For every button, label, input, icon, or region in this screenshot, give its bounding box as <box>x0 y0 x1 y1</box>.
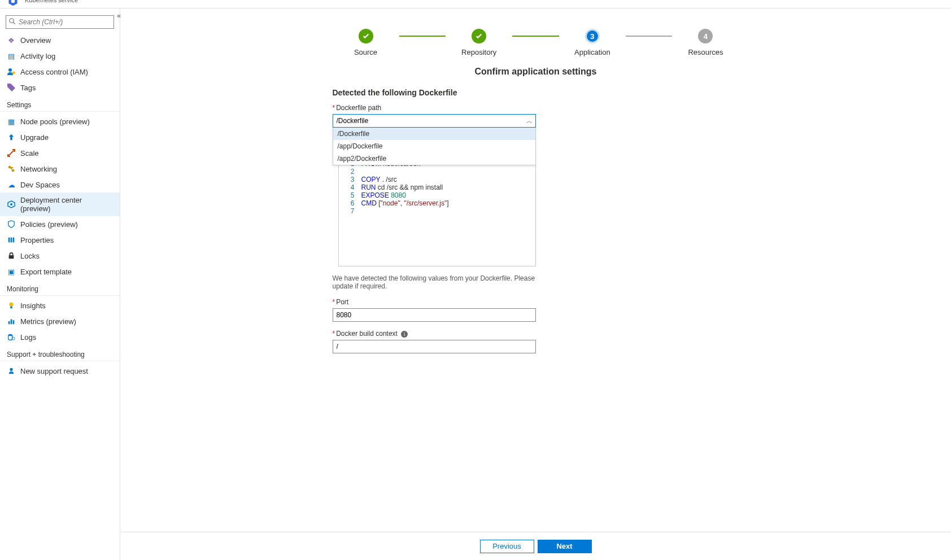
dropdown-option[interactable]: /Dockerfile <box>333 128 535 140</box>
search-input[interactable] <box>6 15 114 29</box>
resource-type: Kubernetes service <box>25 0 78 3</box>
sidebar-item-access-control[interactable]: Access control (IAM) <box>0 64 120 80</box>
dropdown-option[interactable]: /app/Dockerfile <box>333 140 535 152</box>
sidebar-item-label: Networking <box>20 165 57 173</box>
sidebar-item-label: Upgrade <box>20 133 49 142</box>
sidebar-item-label: New support request <box>20 367 88 375</box>
section-title: Detected the following Dockerfile <box>333 88 739 97</box>
next-button[interactable]: Next <box>538 540 592 553</box>
svg-rect-14 <box>11 320 12 325</box>
sidebar-item-properties[interactable]: Properties <box>0 232 120 248</box>
sidebar-item-node-pools[interactable]: ▦ Node pools (preview) <box>0 113 120 129</box>
dropdown-option[interactable]: /app2/Dockerfile <box>333 152 535 165</box>
insights-icon <box>7 301 16 310</box>
sidebar-item-label: Deployment center (preview) <box>20 196 113 213</box>
step-number: 3 <box>585 29 600 43</box>
step-connector <box>399 36 446 37</box>
sidebar-item-networking[interactable]: Networking <box>0 161 120 177</box>
sidebar-item-label: Metrics (preview) <box>20 317 76 326</box>
support-request-icon <box>7 366 16 375</box>
networking-icon <box>7 164 16 173</box>
step-resources[interactable]: 4 Resources <box>672 29 739 56</box>
required-indicator: * <box>333 330 335 338</box>
access-control-icon <box>7 67 16 76</box>
search-icon <box>9 18 16 25</box>
sidebar-item-overview[interactable]: ❖ Overview <box>0 32 120 48</box>
dev-spaces-icon: ☁ <box>7 180 16 189</box>
sidebar-item-label: Overview <box>20 36 51 45</box>
svg-point-6 <box>10 203 12 205</box>
kubernetes-service-icon <box>6 0 20 7</box>
step-source[interactable]: Source <box>333 29 399 56</box>
main-content: Source Repository 3 Application 4 <box>120 8 951 560</box>
svg-point-5 <box>12 72 15 75</box>
sidebar-item-new-support-request[interactable]: New support request <box>0 363 120 379</box>
sidebar-item-dev-spaces[interactable]: ☁ Dev Spaces <box>0 177 120 193</box>
sidebar-item-label: Access control (IAM) <box>20 68 88 76</box>
resource-header: Kubernetes service <box>0 0 951 8</box>
build-context-input[interactable] <box>333 340 536 353</box>
sidebar-item-scale[interactable]: Scale <box>0 145 120 161</box>
port-input[interactable] <box>333 308 536 322</box>
step-application[interactable]: 3 Application <box>559 29 626 56</box>
sidebar-item-label: Export template <box>20 268 72 276</box>
sidebar-item-logs[interactable]: Logs <box>0 329 120 345</box>
sidebar-item-upgrade[interactable]: Upgrade <box>0 129 120 145</box>
svg-point-4 <box>8 68 12 72</box>
sidebar-item-deployment-center[interactable]: Deployment center (preview) <box>0 193 120 216</box>
sidebar-item-label: Insights <box>20 301 46 310</box>
dockerfile-path-combobox[interactable]: ︿ /Dockerfile /app/Dockerfile /app2/Dock… <box>333 114 536 128</box>
sidebar-item-metrics[interactable]: Metrics (preview) <box>0 313 120 329</box>
help-text: We have detected the following values fr… <box>333 274 536 290</box>
sidebar-item-label: Locks <box>20 252 40 260</box>
required-indicator: * <box>333 298 335 306</box>
previous-button[interactable]: Previous <box>480 540 534 553</box>
step-connector <box>512 36 559 37</box>
sidebar-item-label: Node pools (preview) <box>20 117 90 126</box>
properties-icon <box>7 235 16 244</box>
dockerfile-path-input[interactable] <box>333 114 536 128</box>
sidebar-item-label: Tags <box>20 84 36 92</box>
sidebar-section-support: Support + troubleshooting <box>0 345 120 361</box>
wizard-stepper: Source Repository 3 Application 4 <box>333 29 739 56</box>
page-title: Confirm application settings <box>333 67 739 77</box>
svg-point-2 <box>10 19 14 23</box>
svg-rect-15 <box>13 320 15 324</box>
policies-icon <box>7 220 16 229</box>
sidebar-section-monitoring: Monitoring <box>0 279 120 296</box>
dockerfile-path-dropdown: /Dockerfile /app/Dockerfile /app2/Docker… <box>333 128 536 165</box>
svg-line-3 <box>14 23 15 24</box>
step-label: Repository <box>461 48 496 56</box>
step-label: Resources <box>688 48 723 56</box>
deployment-center-icon <box>7 200 16 209</box>
svg-rect-8 <box>11 238 12 243</box>
svg-point-18 <box>10 368 12 371</box>
overview-icon: ❖ <box>7 36 16 45</box>
logs-icon <box>7 333 16 342</box>
step-label: Application <box>574 48 610 56</box>
sidebar: « ❖ Overview ▤ Activity log Access contr… <box>0 8 120 560</box>
scale-icon <box>7 148 16 158</box>
sidebar-item-export-template[interactable]: ▣ Export template <box>0 264 120 279</box>
step-repository[interactable]: Repository <box>446 29 512 56</box>
activity-log-icon: ▤ <box>7 51 16 60</box>
sidebar-item-label: Scale <box>20 149 39 158</box>
info-icon[interactable]: i <box>401 331 408 338</box>
node-pools-icon: ▦ <box>7 117 16 126</box>
svg-rect-9 <box>13 238 15 243</box>
svg-rect-7 <box>8 238 10 243</box>
sidebar-item-policies[interactable]: Policies (preview) <box>0 216 120 232</box>
required-indicator: * <box>333 104 335 112</box>
upgrade-icon <box>7 133 16 142</box>
svg-rect-13 <box>8 321 10 324</box>
svg-rect-10 <box>9 255 14 259</box>
step-connector <box>626 36 673 37</box>
svg-point-11 <box>10 303 14 307</box>
sidebar-item-tags[interactable]: Tags <box>0 80 120 95</box>
sidebar-item-activity-log[interactable]: ▤ Activity log <box>0 48 120 64</box>
sidebar-item-insights[interactable]: Insights <box>0 298 120 313</box>
sidebar-item-locks[interactable]: Locks <box>0 248 120 264</box>
checkmark-icon <box>472 29 486 43</box>
sidebar-section-settings: Settings <box>0 95 120 112</box>
export-template-icon: ▣ <box>7 267 16 276</box>
